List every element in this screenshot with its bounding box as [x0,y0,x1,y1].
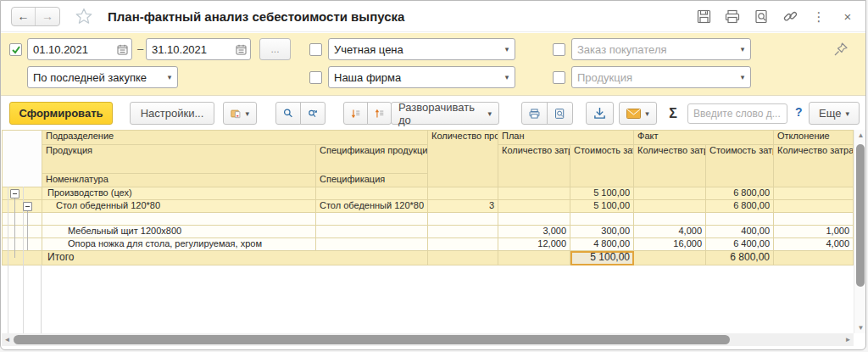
print-button[interactable] [521,102,548,125]
deviation-cell[interactable] [774,187,854,200]
horizontal-scrollbar[interactable]: ◄ ► [2,333,854,346]
plan-cost-cell[interactable]: 4 800,00 [570,238,634,251]
save-file-button[interactable] [586,102,614,125]
scroll-right-icon[interactable]: ► [843,333,854,346]
deviation-cell[interactable]: 1,000 [774,226,854,238]
qty-cell[interactable] [428,226,498,238]
period-to-field[interactable]: 31.10.2021 [146,38,251,60]
plan-cost-cell[interactable]: 5 100,00 [570,200,634,213]
spec-cell[interactable]: Стол обеденный 120*80 [316,200,428,213]
vertical-scroll-thumb[interactable] [856,144,865,287]
plan-cost-cell[interactable]: 5 100,00 [570,187,634,200]
selected-cell[interactable]: 5 100,00 [570,251,634,265]
save-icon[interactable] [696,8,711,24]
col-header-deviation-qty[interactable]: Количество затрат [774,145,854,187]
col-header-production[interactable]: Продукция [42,145,316,174]
col-header-fact[interactable]: Факт [634,131,774,145]
calendar-icon[interactable] [113,44,131,55]
collapse-group-icon[interactable] [23,202,32,211]
col-header-department[interactable]: Подразделение [42,131,428,145]
spec-cell[interactable] [316,238,428,251]
forward-button[interactable]: → [36,8,59,25]
accounting-price-checkbox[interactable] [309,43,322,56]
fact-cost-cell[interactable]: 6 800,00 [706,200,774,213]
find-button[interactable] [275,102,301,125]
fact-cost-cell[interactable]: 400,00 [706,226,774,238]
sum-button[interactable]: Σ [663,102,683,125]
report-variants-button[interactable]: ▾ [223,102,257,125]
fact-qty-cell[interactable] [634,200,706,213]
scroll-down-icon[interactable]: ▼ [854,322,866,333]
expand-to-button[interactable]: Разворачивать до ▾ [391,102,499,125]
deviation-cell[interactable] [774,251,854,265]
search-input[interactable] [687,103,787,124]
plan-qty-cell[interactable]: 12,000 [498,238,570,251]
col-header-qty-production[interactable]: Количество продукции [428,131,498,187]
plan-qty-cell[interactable] [498,213,570,226]
fact-qty-cell[interactable] [634,251,706,265]
fact-qty-cell[interactable] [634,213,706,226]
plan-qty-cell[interactable] [498,200,570,213]
accounting-price-select[interactable]: Учетная цена ▾ [328,38,515,60]
favorite-star-icon[interactable] [75,8,92,25]
col-header-plan[interactable]: План [498,131,634,145]
more-button[interactable]: Еще ▾ [809,102,860,125]
collapse-group-icon[interactable] [10,189,19,198]
col-header-plan-cost[interactable]: Стоимость затрат [570,145,634,187]
plan-qty-cell[interactable]: 3,000 [498,226,570,238]
preview-icon[interactable] [754,8,769,24]
plan-qty-cell[interactable] [498,187,570,200]
settings-button[interactable]: Настройки... [130,102,214,125]
period-from-field[interactable]: 01.10.2021 [27,38,132,60]
period-variants-button[interactable]: ... [259,38,291,60]
horizontal-scroll-thumb[interactable] [14,335,730,344]
period-checkbox[interactable] [9,43,22,56]
help-icon[interactable]: ? [795,105,803,119]
col-header-fact-qty[interactable]: Количество затрат [634,145,706,187]
scroll-left-icon[interactable]: ◄ [2,333,13,346]
close-icon[interactable]: × [840,8,855,24]
collapse-groups-button[interactable] [343,102,368,125]
name-cell[interactable]: Мебельный щит 1200х800 [42,226,316,238]
fact-qty-cell[interactable]: 4,000 [634,226,706,238]
plan-qty-cell[interactable] [498,251,570,265]
pin-icon[interactable] [833,42,849,60]
fact-cost-cell[interactable]: 6 400,00 [706,238,774,251]
calendar-icon[interactable] [231,44,250,55]
name-cell[interactable]: Опора ножка для стола, регулируемая, хро… [42,238,316,251]
customer-order-select[interactable]: Заказ покупателя ▾ [571,38,751,60]
print-preview-button[interactable] [547,102,573,125]
fact-cost-cell[interactable]: 6 800,00 [706,251,774,265]
spec-cell[interactable] [316,187,428,200]
back-button[interactable]: ← [12,8,36,25]
vertical-scrollbar[interactable]: ▲ ▼ [854,130,866,333]
fact-qty-cell[interactable] [634,187,706,200]
total-label-cell[interactable]: Итого [42,251,428,265]
group-cell[interactable]: Производство (цех) [42,187,316,200]
print-icon[interactable] [725,8,740,24]
fact-cost-cell[interactable]: 6 800,00 [706,187,774,200]
plan-cost-cell[interactable]: 300,00 [570,226,634,238]
more-menu-icon[interactable]: ⋮ [811,8,826,24]
send-mail-button[interactable]: ▾ [619,102,657,125]
col-header-nomenclature[interactable]: Номенклатура [42,174,316,187]
col-header-spec-production[interactable]: Спецификация продукции [316,145,428,174]
deviation-cell[interactable] [774,213,854,226]
qty-cell[interactable] [428,187,498,200]
deviation-cell[interactable]: 4,000 [774,238,854,251]
find-next-button[interactable] [300,102,326,125]
fact-cost-cell[interactable] [706,213,774,226]
customer-order-checkbox[interactable] [553,43,565,56]
spec-cell[interactable] [316,226,428,238]
expand-groups-button[interactable] [367,102,392,125]
scroll-up-icon[interactable]: ▲ [854,130,866,141]
group-cell[interactable]: Стол обеденный 120*80 [42,200,316,213]
our-firm-select[interactable]: Наша фирма ▾ [328,66,515,88]
generate-button[interactable]: Сформировать [9,102,113,125]
name-cell[interactable] [42,213,316,226]
qty-cell[interactable] [428,238,498,251]
link-icon[interactable] [782,8,798,24]
fact-qty-cell[interactable]: 16,000 [634,238,706,251]
our-firm-checkbox[interactable] [309,71,322,84]
col-header-plan-qty[interactable]: Количество затрат [498,145,570,187]
